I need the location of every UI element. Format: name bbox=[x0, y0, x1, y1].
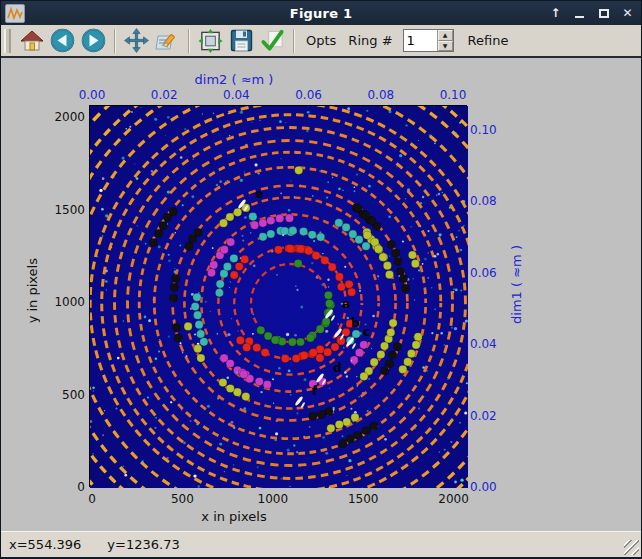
axis-tick-label: 1500 bbox=[343, 492, 383, 506]
close-button[interactable]: ✕ bbox=[620, 5, 635, 21]
axis-tick-label: 0 bbox=[39, 480, 85, 494]
left-axis-title: y in pixels bbox=[25, 258, 40, 323]
axis-tick-label: 2000 bbox=[434, 492, 474, 506]
axis-tick-label-blue: 0.04 bbox=[470, 337, 497, 351]
subplots-button[interactable] bbox=[197, 27, 224, 54]
home-icon bbox=[20, 29, 44, 53]
axis-tick-label: 1500 bbox=[39, 203, 85, 217]
axis-tick-label-blue: 0.08 bbox=[470, 194, 497, 208]
maximize-button[interactable] bbox=[596, 5, 611, 21]
titlebar: Figure 1 ↑ ✕ bbox=[1, 1, 641, 25]
plot-axes[interactable]: abcdef bbox=[89, 105, 467, 487]
axis-tick-label: 0 bbox=[72, 492, 112, 506]
ring-number-label: Ring # bbox=[348, 33, 392, 48]
refine-button[interactable]: Refine bbox=[468, 33, 509, 48]
toolbar-separator bbox=[188, 29, 190, 53]
spin-up-button[interactable]: ▲ bbox=[438, 30, 453, 41]
shade-button[interactable]: ↑ bbox=[548, 5, 563, 21]
axis-tick-label-blue: 0.02 bbox=[470, 409, 497, 423]
ring-number-spinbox: ▲ ▼ bbox=[403, 29, 454, 52]
svg-text:b: b bbox=[351, 316, 360, 330]
axis-tick-label: 500 bbox=[162, 492, 202, 506]
toolbar: Opts Ring # ▲ ▼ Refine bbox=[1, 25, 641, 58]
green-check-icon bbox=[260, 28, 285, 54]
spin-down-button[interactable]: ▼ bbox=[438, 41, 453, 52]
toolbar-drag-handle[interactable] bbox=[4, 29, 11, 53]
forward-button[interactable] bbox=[80, 27, 107, 54]
forward-icon bbox=[81, 28, 106, 53]
axis-tick-label: 1000 bbox=[39, 295, 85, 309]
minimize-button[interactable] bbox=[572, 5, 587, 21]
fit-window-icon bbox=[198, 28, 223, 54]
zoom-button[interactable] bbox=[154, 27, 181, 54]
svg-text:c: c bbox=[363, 325, 370, 339]
resize-grip[interactable] bbox=[624, 540, 639, 555]
axis-tick-label-blue: 0.08 bbox=[361, 88, 401, 102]
svg-text:d: d bbox=[333, 361, 342, 375]
statusbar: x=554.396 y=1236.73 bbox=[1, 531, 641, 557]
svg-text:f: f bbox=[312, 384, 318, 398]
minimize-icon bbox=[575, 16, 584, 18]
opts-button[interactable]: Opts bbox=[306, 33, 336, 48]
figure-canvas[interactable]: dim2 ( ≈m ) dim1 ( ≈m ) y in pixels x in… bbox=[1, 60, 642, 531]
cursor-y-readout: y=1236.73 bbox=[107, 537, 179, 552]
toolbar-separator bbox=[114, 29, 116, 53]
apply-button[interactable] bbox=[259, 27, 286, 54]
axis-tick-label: 500 bbox=[39, 388, 85, 402]
svg-text:a: a bbox=[342, 297, 350, 311]
pan-icon bbox=[124, 28, 149, 53]
home-button[interactable] bbox=[18, 27, 45, 54]
back-button[interactable] bbox=[49, 27, 76, 54]
right-axis-title: dim1 ( ≈m ) bbox=[509, 245, 524, 324]
top-axis-title: dim2 ( ≈m ) bbox=[1, 72, 467, 87]
diffraction-image: abcdef bbox=[90, 106, 468, 488]
save-button[interactable] bbox=[228, 27, 255, 54]
figure-window: Figure 1 ↑ ✕ bbox=[0, 0, 642, 559]
floppy-icon bbox=[229, 28, 254, 53]
axis-tick-label-blue: 0.02 bbox=[144, 88, 184, 102]
toolbar-separator bbox=[293, 29, 295, 53]
pan-button[interactable] bbox=[123, 27, 150, 54]
axis-tick-label-blue: 0.04 bbox=[216, 88, 256, 102]
axis-tick-label: 1000 bbox=[253, 492, 293, 506]
axis-tick-label-blue: 0.00 bbox=[72, 88, 112, 102]
axis-tick-label-blue: 0.06 bbox=[470, 266, 497, 280]
axis-tick-label-blue: 0.10 bbox=[433, 88, 473, 102]
axis-tick-label-blue: 0.10 bbox=[470, 123, 497, 137]
ring-number-input[interactable] bbox=[404, 30, 437, 51]
svg-text:e: e bbox=[255, 187, 263, 201]
back-icon bbox=[50, 28, 75, 53]
axis-tick-label-blue: 0.06 bbox=[289, 88, 329, 102]
maximize-icon bbox=[599, 9, 609, 18]
window-title: Figure 1 bbox=[1, 6, 641, 21]
axis-tick-label-blue: 0.00 bbox=[470, 480, 497, 494]
pencil-note-icon bbox=[155, 28, 180, 53]
axis-tick-label: 2000 bbox=[39, 110, 85, 124]
bottom-axis-title: x in pixels bbox=[1, 509, 467, 524]
cursor-x-readout: x=554.396 bbox=[9, 537, 81, 552]
